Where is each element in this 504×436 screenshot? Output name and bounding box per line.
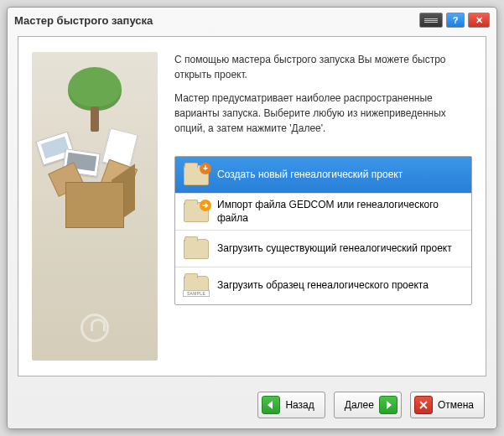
- titlebar: Мастер быстрого запуска ? ✕: [8, 8, 496, 33]
- wizard-window: Мастер быстрого запуска ? ✕: [7, 7, 497, 429]
- right-pane: С помощью мастера быстрого запуска Вы мо…: [174, 52, 472, 361]
- illustration: [32, 52, 158, 361]
- arrow-right-icon: [379, 396, 397, 414]
- content-panel: С помощью мастера быстрого запуска Вы мо…: [18, 36, 486, 376]
- cancel-label: Отмена: [438, 399, 474, 411]
- option-label: Импорт файла GEDCOM или генеалогического…: [217, 199, 463, 225]
- close-icon[interactable]: ✕: [468, 13, 490, 28]
- logo-icon: [81, 314, 109, 342]
- cancel-button[interactable]: Отмена: [410, 392, 485, 418]
- option-label: Загрузить образец генеалогического проек…: [217, 279, 463, 293]
- option-load-existing[interactable]: Загрузить существующий генеалогический п…: [175, 231, 471, 267]
- next-label: Далее: [345, 399, 374, 411]
- footer-buttons: Назад Далее Отмена: [8, 383, 496, 428]
- folder-import-icon: ➔: [184, 202, 209, 222]
- next-button[interactable]: Далее: [334, 392, 402, 418]
- folder-plus-icon: +: [184, 165, 209, 185]
- tree-icon: [68, 67, 122, 132]
- titlebar-controls: ? ✕: [419, 13, 490, 28]
- intro-text: С помощью мастера быстрого запуска Вы мо…: [174, 52, 472, 144]
- option-create-new[interactable]: + Создать новый генеалогический проект: [175, 157, 471, 194]
- option-load-sample[interactable]: SAMPLE Загрузить образец генеалогическог…: [175, 267, 471, 304]
- intro-paragraph-2: Мастер предусматривает наиболее распрост…: [174, 91, 472, 136]
- intro-paragraph-1: С помощью мастера быстрого запуска Вы мо…: [174, 52, 472, 82]
- box-icon: [57, 157, 132, 232]
- help-icon[interactable]: ?: [446, 13, 465, 28]
- back-label: Назад: [285, 399, 314, 411]
- folder-icon: [184, 239, 209, 259]
- arrow-left-icon: [262, 396, 280, 414]
- option-label: Загрузить существующий генеалогический п…: [217, 242, 463, 256]
- window-title: Мастер быстрого запуска: [14, 14, 419, 27]
- cancel-x-icon: [414, 396, 433, 414]
- keyboard-icon[interactable]: [419, 13, 443, 28]
- folder-sample-icon: SAMPLE: [184, 276, 209, 296]
- options-list: + Создать новый генеалогический проект ➔…: [174, 156, 472, 305]
- option-import-gedcom[interactable]: ➔ Импорт файла GEDCOM или генеалогическо…: [175, 194, 471, 231]
- option-label: Создать новый генеалогический проект: [217, 169, 463, 182]
- back-button[interactable]: Назад: [257, 392, 325, 418]
